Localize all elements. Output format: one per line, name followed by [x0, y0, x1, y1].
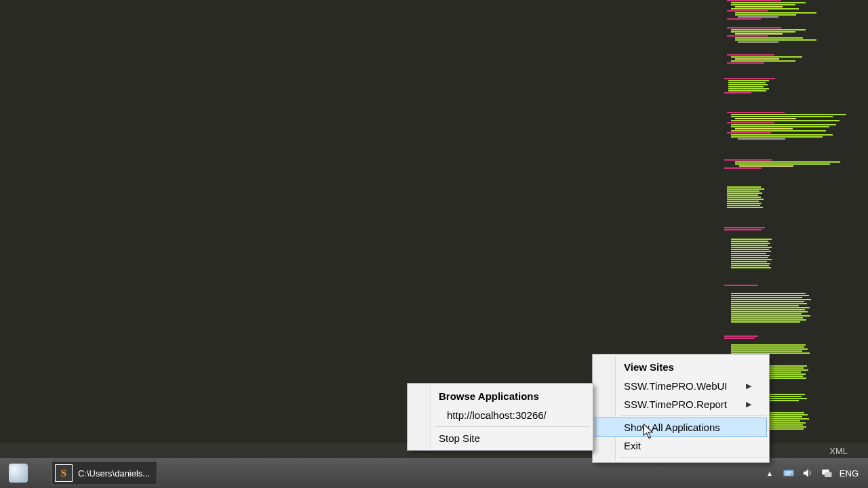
submenu-arrow-icon: ▶	[746, 382, 751, 390]
svg-rect-2	[785, 474, 791, 475]
svg-rect-4	[825, 472, 832, 478]
network-icon[interactable]	[821, 467, 833, 479]
menu-item-label: Show All Applications	[624, 422, 720, 433]
menu-item-label: Exit	[624, 440, 641, 451]
menu-separator	[620, 457, 766, 458]
system-tray: ▲ ENG	[764, 458, 868, 488]
menu-item-label: Stop Site	[439, 432, 480, 444]
syntax-indicator[interactable]: XML	[829, 446, 848, 456]
menu-item-label: SSW.TimePRO.WebUI	[624, 380, 728, 392]
svg-rect-1	[785, 472, 793, 473]
menu-item-stop-site[interactable]: Stop Site	[408, 429, 593, 447]
start-button[interactable]	[0, 458, 37, 488]
menu-item-exit[interactable]: Exit	[593, 436, 769, 455]
volume-icon[interactable]	[802, 467, 814, 479]
iis-express-tray-icon[interactable]	[783, 467, 795, 479]
menu-separator	[620, 415, 766, 416]
svg-rect-0	[783, 470, 793, 476]
iis-express-tray-menu: View Sites SSW.TimePRO.WebUI ▶ SSW.TimeP…	[592, 354, 770, 463]
menu-item-label: http://localhost:30266/	[447, 409, 547, 421]
editor-scrollbar[interactable]	[854, 0, 868, 447]
site-submenu: Browse Applications http://localhost:302…	[407, 383, 593, 451]
menu-item-show-all-applications[interactable]: Show All Applications	[595, 418, 767, 437]
menu-item-url[interactable]: http://localhost:30266/	[408, 406, 593, 424]
menu-item-site-webui[interactable]: SSW.TimePRO.WebUI ▶	[593, 377, 769, 395]
language-indicator[interactable]: ENG	[840, 468, 859, 479]
menu-item-label: SSW.TimePRO.Report	[624, 399, 727, 410]
menu-item-site-report[interactable]: SSW.TimePRO.Report ▶	[593, 395, 769, 413]
taskbar-app-sublime[interactable]: S C:\Users\daniels...	[52, 461, 157, 485]
menu-separator	[435, 426, 590, 427]
taskbar-app-label: C:\Users\daniels...	[78, 468, 150, 479]
windows-logo-icon	[9, 464, 28, 483]
submenu-header-browse-apps: Browse Applications	[408, 386, 593, 406]
sublime-text-icon: S	[55, 464, 73, 482]
menu-header-view-sites: View Sites	[593, 357, 769, 377]
submenu-arrow-icon: ▶	[746, 400, 751, 409]
show-hidden-icons-button[interactable]: ▲	[764, 467, 776, 479]
